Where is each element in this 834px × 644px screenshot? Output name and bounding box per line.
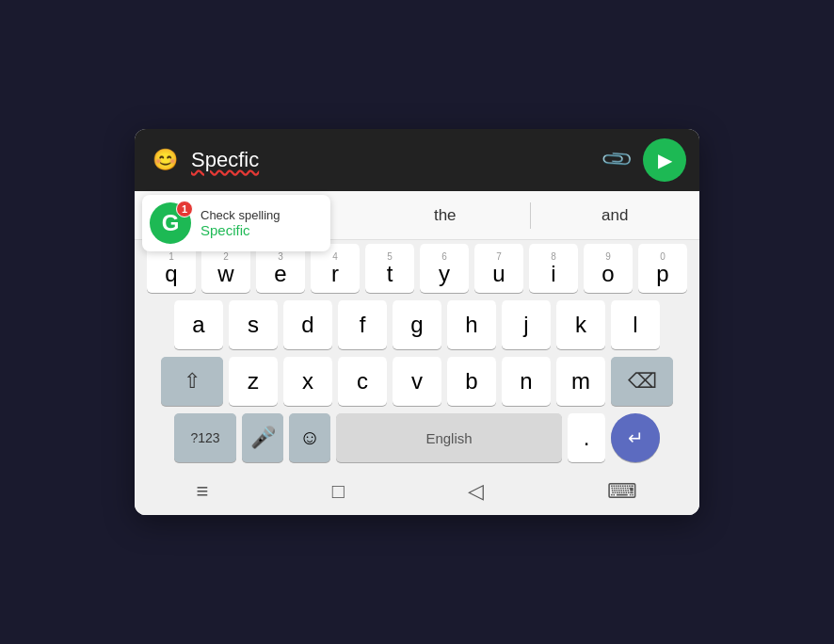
home-icon[interactable]: □ [332,479,345,504]
emoji-button[interactable]: 😊 [148,143,182,177]
attachment-button[interactable]: 📎 [600,143,634,177]
emoji-icon: 😊 [152,148,178,172]
key-s[interactable]: s [229,300,278,349]
key-row-3: ⇧zxcvbnm⌫ [138,357,696,406]
key-row-2: asdfghjkl [138,300,696,349]
back-icon[interactable]: ◁ [468,479,484,504]
key-row-4: ?123🎤☺English.↵ [138,413,696,462]
suggestion-words: the and [361,191,699,240]
key-h[interactable]: h [447,300,496,349]
phone-container: 😊 Specfic 📎 ▶ G 1 Check spelling [135,129,699,515]
keyboard-area: G 1 Check spelling Specific the and [135,191,699,515]
shift-key[interactable]: ⇧ [161,357,223,406]
key-m[interactable]: m [556,357,605,406]
grammarly-g: G [162,210,180,236]
key-l[interactable]: l [611,300,660,349]
num-switch-key[interactable]: ?123 [174,413,236,462]
period-label: . [584,427,590,449]
spell-check-popup[interactable]: G 1 Check spelling Specific [142,195,330,251]
grammarly-badge: 1 [176,201,193,217]
key-f[interactable]: f [338,300,387,349]
keyboard-icon[interactable]: ⌨ [607,479,637,504]
key-j[interactable]: j [502,300,551,349]
text-input-area[interactable]: Specfic [191,148,590,172]
space-label: English [425,431,472,445]
key-u[interactable]: 7u [474,244,523,293]
attachment-icon: 📎 [599,142,634,177]
typed-text: Specfic [191,148,259,172]
key-c[interactable]: c [338,357,387,406]
enter-icon: ↵ [628,427,644,449]
key-t[interactable]: 5t [365,244,414,293]
key-g[interactable]: g [393,300,441,349]
grammarly-logo: G 1 [150,202,191,244]
send-button[interactable]: ▶ [643,138,686,182]
suggestion-the[interactable]: the [361,191,530,240]
key-y[interactable]: 6y [420,244,469,293]
key-i[interactable]: 8i [529,244,578,293]
mic-key[interactable]: 🎤 [242,413,283,462]
key-v[interactable]: v [393,357,441,406]
key-b[interactable]: b [447,357,496,406]
spell-check-suggestion[interactable]: Specific [200,222,281,238]
mic-icon: 🎤 [250,426,276,450]
space-key[interactable]: English [336,413,562,462]
menu-icon[interactable]: ≡ [197,479,209,504]
emoji-key[interactable]: ☺ [289,413,330,462]
enter-key[interactable]: ↵ [611,413,660,462]
key-o[interactable]: 9o [584,244,633,293]
key-p[interactable]: 0p [638,244,687,293]
spell-check-text: Check spelling Specific [200,208,281,238]
key-z[interactable]: z [229,357,278,406]
spell-check-label: Check spelling [200,208,281,222]
key-x[interactable]: x [283,357,332,406]
send-icon: ▶ [658,149,672,171]
bottom-nav: ≡ □ ◁ ⌨ [135,472,699,515]
suggestion-and[interactable]: and [531,191,700,240]
shift-icon: ⇧ [184,369,200,394]
backspace-key[interactable]: ⌫ [611,357,673,406]
backspace-icon: ⌫ [628,369,657,394]
top-bar: 😊 Specfic 📎 ▶ [135,129,699,191]
period-key[interactable]: . [568,413,605,462]
key-d[interactable]: d [283,300,332,349]
num-label: ?123 [190,430,219,445]
key-a[interactable]: a [174,300,223,349]
key-n[interactable]: n [502,357,551,406]
emoji-key-icon: ☺ [299,426,320,450]
key-k[interactable]: k [556,300,605,349]
keys-section: 1q2w3e4r5t6y7u8i9o0p asdfghjkl ⇧zxcvbnm⌫… [135,240,699,472]
suggestions-row: G 1 Check spelling Specific the and [135,191,699,240]
